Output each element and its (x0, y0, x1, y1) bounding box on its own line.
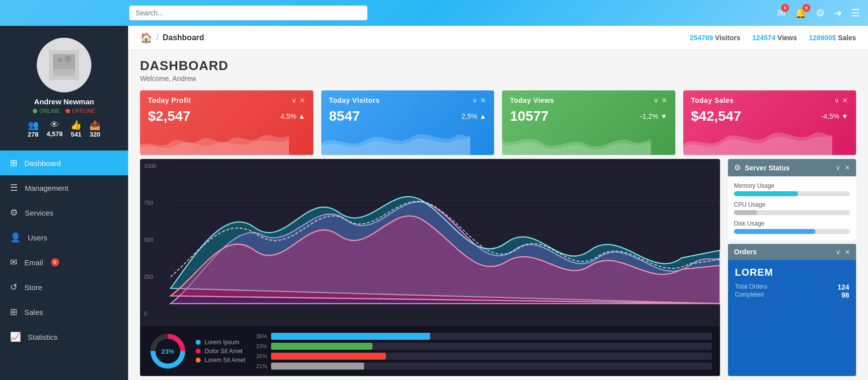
sidebar-item-dashboard[interactable]: ⊞ Dashboard (0, 151, 128, 175)
profit-card-title: Today Profit (148, 96, 191, 104)
views-card-trend: -1,2% ▼ (640, 112, 667, 120)
sidebar-item-services[interactable]: ⚙ Services (0, 200, 128, 225)
offline-status: OFFLINE (66, 108, 95, 114)
bell-badge: 9 (802, 4, 810, 12)
bar-track-1 (271, 343, 712, 350)
sidebar-item-label: Email (24, 258, 43, 267)
views-card-chevron[interactable]: ∨ (653, 96, 658, 104)
mail-icon-button[interactable]: ✉ 5 (777, 7, 786, 19)
orders-name: LOREM (735, 267, 849, 278)
y-label-250: 250 (144, 274, 156, 280)
bar-row-3: 21% (253, 363, 712, 370)
main-content: 🏠 / Dashboard 254789 Visitors 124574 Vie… (128, 26, 868, 380)
disk-progress (734, 229, 850, 234)
topbar-icons: ✉ 5 🔔 9 ⚙ ➜ ☰ (777, 7, 860, 19)
main-layout: Andrew Newman ONLINE OFFLINE 👥 278 👁 (0, 26, 868, 380)
views-card-title: Today Views (510, 96, 554, 104)
sidebar-item-sales[interactable]: ⊞ Sales (0, 300, 128, 324)
visitors-card-chevron[interactable]: ∨ (472, 96, 477, 104)
completed-label: Completed (735, 291, 764, 299)
orders-panel-chevron[interactable]: ∨ (836, 248, 841, 256)
disk-label: Disk Usage (734, 220, 850, 227)
views-card: Today Views ∨ ✕ 10577 -1,2% ▼ (502, 90, 675, 155)
logout-icon-button[interactable]: ➜ (834, 7, 842, 19)
trend-up-icon: ▲ (479, 112, 486, 120)
server-panel-body: Memory Usage CPU Usage Dis (728, 176, 856, 240)
search-input[interactable] (129, 5, 367, 20)
cpu-progress (734, 210, 850, 215)
home-icon[interactable]: 🏠 (140, 32, 152, 44)
sidebar-item-email[interactable]: ✉ Email 5 (0, 250, 128, 275)
shares-stat: 📤 320 (89, 120, 100, 138)
views-card-close[interactable]: ✕ (661, 96, 667, 104)
total-orders-label: Total Orders (735, 283, 767, 291)
orders-panel-body: LOREM Total Orders 124 Completed 98 (728, 260, 856, 306)
sidebar-item-store[interactable]: ↺ Store (0, 275, 128, 300)
management-icon: ☰ (10, 182, 18, 193)
user-profile-section: Andrew Newman ONLINE OFFLINE 👥 278 👁 (0, 26, 128, 147)
visitors-card-trend: 2,5% ▲ (461, 112, 486, 120)
sidebar-item-label: Dashboard (24, 159, 61, 167)
sales-card-trend: -4,5% ▼ (821, 112, 848, 120)
services-icon: ⚙ (10, 207, 18, 218)
sidebar-item-label: Sales (24, 308, 43, 316)
server-panel-chevron[interactable]: ∨ (836, 164, 841, 171)
legend-dot-2 (196, 358, 201, 363)
bell-icon-button[interactable]: 🔔 9 (795, 7, 807, 19)
bar-fill-3 (271, 363, 363, 370)
stat-cards-row: Today Profit ∨ ✕ $2,547 4,5% ▲ (128, 86, 868, 159)
legend-item-1: Dolor Sit Amet (196, 348, 245, 355)
visitors-card-close[interactable]: ✕ (480, 96, 486, 104)
sidebar-item-statistics[interactable]: 📈 Statistics (0, 324, 128, 349)
gear-icon: ⚙ (734, 163, 741, 172)
cpu-fill (734, 210, 757, 215)
likes-icon: 👁 (50, 120, 59, 130)
sales-card-close[interactable]: ✕ (842, 96, 848, 104)
cpu-label: CPU Usage (734, 201, 850, 208)
cpu-usage-row: CPU Usage (734, 201, 850, 215)
server-panel-close[interactable]: ✕ (845, 164, 850, 171)
legend-label-2: Lorem Sit Amet (205, 357, 245, 364)
donut-label: 23% (161, 348, 174, 355)
bar-track-2 (271, 353, 712, 360)
svg-point-3 (58, 58, 63, 63)
user-name: Andrew Newman (34, 97, 94, 106)
bar-pct-2: 26% (253, 353, 267, 359)
trend-down-icon: ▼ (660, 112, 667, 120)
settings-icon-button[interactable]: ⚙ (816, 7, 825, 19)
profit-card-chevron[interactable]: ∨ (291, 96, 296, 104)
breadcrumb: 🏠 / Dashboard 254789 Visitors 124574 Vie… (128, 26, 868, 50)
chart-panel: 1000 750 500 250 0 (140, 159, 720, 376)
sidebar-item-label: Services (25, 209, 54, 217)
sales-stat: 128900$ Sales (809, 34, 856, 42)
profit-card-close[interactable]: ✕ (299, 96, 305, 104)
chart-y-labels: 1000 750 500 250 0 (144, 163, 156, 316)
email-icon: ✉ (10, 257, 17, 268)
legend-dot-1 (196, 349, 201, 354)
page-header: DASHBOARD Welcome, Andrew (128, 50, 868, 86)
line-chart-svg (140, 159, 720, 326)
profit-card: Today Profit ∨ ✕ $2,547 4,5% ▲ (140, 90, 313, 155)
bar-track-3 (271, 363, 712, 370)
legend-item-2: Lorem Sit Amet (196, 357, 245, 364)
sales-card-title: Today Sales (691, 96, 734, 104)
server-status-panel: ⚙ Server Status ∨ ✕ Memory Usage (728, 159, 856, 240)
orders-panel-close[interactable]: ✕ (845, 248, 850, 256)
profit-card-trend: 4,5% ▲ (281, 112, 305, 120)
chart-main: 1000 750 500 250 0 (140, 159, 720, 326)
trend-down-icon: ▼ (841, 112, 848, 120)
sales-card-chevron[interactable]: ∨ (834, 96, 839, 104)
email-nav-badge: 5 (51, 258, 59, 266)
comments-stat: 👍 541 (71, 120, 81, 138)
sidebar-item-users[interactable]: 👤 Users (0, 225, 128, 250)
menu-icon-button[interactable]: ☰ (851, 7, 860, 19)
sidebar: Andrew Newman ONLINE OFFLINE 👥 278 👁 (0, 26, 128, 380)
breadcrumb-separator: / (156, 33, 158, 42)
legend-label-0: Lorem Ipsum (205, 339, 239, 346)
views-card-value: 10577 (510, 108, 549, 124)
bar-pct-0: 36% (253, 333, 267, 339)
memory-progress (734, 191, 850, 196)
disk-usage-row: Disk Usage (734, 220, 850, 234)
sidebar-item-management[interactable]: ☰ Management (0, 175, 128, 200)
bar-fill-0 (271, 333, 430, 340)
